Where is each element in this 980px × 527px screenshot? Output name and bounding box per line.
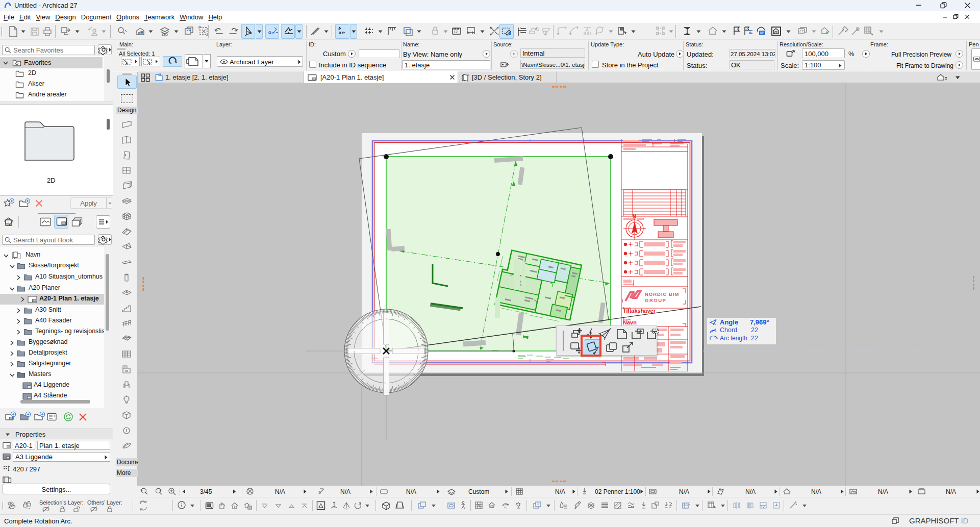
svg-text:N: N — [633, 214, 636, 219]
svg-text:GROUP: GROUP — [645, 297, 666, 303]
svg-text:Prosjekt: Prosjekt — [623, 318, 632, 321]
svg-text:Prosjekt: Prosjekt — [623, 307, 632, 310]
svg-text:12: 12 — [454, 30, 458, 34]
svg-text:NORDIC BIM: NORDIC BIM — [645, 291, 680, 297]
svg-text:XY:: XY: — [339, 31, 345, 35]
svg-text:A1: A1 — [535, 28, 539, 31]
